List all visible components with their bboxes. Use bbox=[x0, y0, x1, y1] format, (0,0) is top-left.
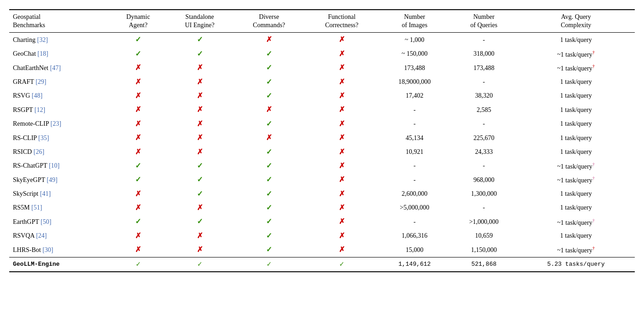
cell-standalone-ui: ✓ bbox=[166, 215, 233, 228]
check-icon: ✓ bbox=[135, 35, 141, 43]
cell-dynamic-agent: ✗ bbox=[110, 131, 166, 145]
benchmark-name: RS5M [51] bbox=[9, 201, 110, 215]
cross-icon: ✗ bbox=[135, 105, 141, 113]
table-row: EarthGPT [50]✓✓✓✗->1,000,000~1 task/quer… bbox=[9, 215, 635, 228]
cell-standalone-ui: ✓ bbox=[166, 33, 233, 47]
check-icon: ✓ bbox=[266, 204, 272, 211]
cell-num-queries: 38,320 bbox=[450, 89, 517, 103]
cell-standalone-ui: ✗ bbox=[166, 75, 233, 89]
check-icon: ✓ bbox=[197, 50, 203, 58]
table-row: RS-CLIP [35]✗✗✗✗45,134225,6701 task/quer… bbox=[9, 131, 635, 145]
cell-num-images: ~ 150,000 bbox=[378, 47, 450, 61]
reference-link: [51] bbox=[31, 204, 42, 211]
cell-diverse-commands: ✓ bbox=[233, 89, 305, 103]
check-icon: ✓ bbox=[266, 175, 272, 183]
cell-num-images: >5,000,000 bbox=[378, 201, 450, 215]
cross-icon: ✗ bbox=[135, 190, 141, 198]
cross-icon: ✗ bbox=[197, 64, 203, 71]
cross-icon: ✗ bbox=[339, 190, 345, 198]
reference-link: [47] bbox=[50, 64, 60, 71]
cell-num-queries: 173,488 bbox=[450, 61, 517, 75]
cell-functional-correctness: ✗ bbox=[305, 117, 378, 131]
benchmark-table: GeospatialBenchmarks DynamicAgent? Stand… bbox=[9, 9, 635, 272]
check-icon: ✓ bbox=[197, 162, 203, 170]
benchmark-label: Remote-CLIP bbox=[13, 120, 49, 127]
cell-dynamic-agent: ✗ bbox=[110, 117, 166, 131]
check-icon: ✓ bbox=[197, 190, 203, 198]
cell-standalone-ui: ✗ bbox=[166, 61, 233, 75]
cell-num-queries: 225,670 bbox=[450, 131, 517, 145]
cross-icon: ✗ bbox=[197, 246, 203, 253]
cell-num-images: - bbox=[378, 159, 450, 173]
cell-functional-correctness: ✗ bbox=[305, 145, 378, 159]
cell-standalone-ui: ✗ bbox=[166, 131, 233, 145]
cell-functional-correctness: ✗ bbox=[305, 33, 378, 47]
cell-num-queries: 521,868 bbox=[450, 257, 517, 272]
cell-diverse-commands: ✗ bbox=[233, 131, 305, 145]
cell-num-images: - bbox=[378, 173, 450, 187]
check-icon: ✓ bbox=[135, 162, 141, 170]
check-icon: ✓ bbox=[135, 217, 141, 225]
cell-diverse-commands: ✓ bbox=[233, 61, 305, 75]
cell-diverse-commands: ✓ bbox=[233, 229, 305, 243]
reference-link: [26] bbox=[34, 148, 44, 155]
cell-num-images: - bbox=[378, 215, 450, 228]
cross-icon: ✗ bbox=[135, 204, 141, 211]
reference-link: [50] bbox=[41, 218, 51, 225]
cell-diverse-commands: ✓ bbox=[233, 117, 305, 131]
cell-num-images: - bbox=[378, 117, 450, 131]
cell-num-queries: 1,150,000 bbox=[450, 243, 517, 257]
benchmark-name: ChatEarthNet [47] bbox=[9, 61, 110, 75]
benchmark-label: RS-CLIP bbox=[13, 135, 37, 141]
cell-functional-correctness: ✗ bbox=[305, 201, 378, 215]
col-header-num-images: Numberof Images bbox=[378, 10, 450, 33]
cell-avg-complexity: 1 task/query bbox=[517, 33, 635, 47]
cross-icon: ✗ bbox=[339, 217, 345, 225]
cell-dynamic-agent: ✗ bbox=[110, 243, 166, 257]
cell-num-images: 18,9000,000 bbox=[378, 75, 450, 89]
benchmark-label: RSGPT bbox=[13, 106, 33, 113]
cell-num-images: 15,000 bbox=[378, 243, 450, 257]
cell-avg-complexity: 1 task/query bbox=[517, 89, 635, 103]
cell-avg-complexity: ~1 task/query† bbox=[517, 159, 635, 173]
cross-icon: ✗ bbox=[339, 162, 345, 170]
cross-icon: ✗ bbox=[266, 105, 272, 113]
check-icon: ✓ bbox=[135, 175, 141, 183]
cell-functional-correctness: ✗ bbox=[305, 61, 378, 75]
cell-avg-complexity: ~1 task/query† bbox=[517, 47, 635, 61]
cell-standalone-ui: ✗ bbox=[166, 243, 233, 257]
cell-standalone-ui: ✓ bbox=[166, 47, 233, 61]
check-icon: ✓ bbox=[136, 260, 141, 269]
cell-avg-complexity: 1 task/query bbox=[517, 117, 635, 131]
cell-dynamic-agent: ✓ bbox=[110, 33, 166, 47]
cell-diverse-commands: ✓ bbox=[233, 215, 305, 228]
cross-icon: ✗ bbox=[135, 232, 141, 240]
cross-icon: ✗ bbox=[339, 64, 345, 71]
complexity-value: ~1 task/query bbox=[557, 65, 592, 72]
benchmark-label: Charting bbox=[13, 36, 35, 43]
cell-num-queries: 24,333 bbox=[450, 145, 517, 159]
col-header-dynamic-agent: DynamicAgent? bbox=[110, 10, 166, 33]
complexity-value: 1 task/query bbox=[560, 120, 592, 127]
table-row: Charting [32]✓✓✗✗~ 1,000-1 task/query bbox=[9, 33, 635, 47]
complexity-value: 1 task/query bbox=[560, 135, 592, 141]
benchmark-name: Remote-CLIP [23] bbox=[9, 117, 110, 131]
benchmark-label: GeoChat bbox=[13, 50, 36, 57]
check-icon: ✓ bbox=[266, 92, 272, 99]
benchmark-label: GRAFT bbox=[13, 78, 34, 85]
cell-num-images: ~ 1,000 bbox=[378, 33, 450, 47]
cross-icon: ✗ bbox=[197, 148, 203, 156]
col-header-diverse-commands: DiverseCommands? bbox=[233, 10, 305, 33]
check-icon: ✓ bbox=[197, 35, 203, 43]
table-row: RSICD [26]✗✗✓✗10,92124,3331 task/query bbox=[9, 145, 635, 159]
cross-icon: ✗ bbox=[135, 246, 141, 253]
benchmark-name: EarthGPT [50] bbox=[9, 215, 110, 228]
reference-link: [10] bbox=[49, 162, 59, 169]
benchmark-label: RSICD bbox=[13, 148, 32, 155]
dagger-icon: † bbox=[592, 161, 595, 167]
cell-standalone-ui: ✗ bbox=[166, 103, 233, 117]
cell-num-queries: >1,000,000 bbox=[450, 215, 517, 228]
cell-avg-complexity: 1 task/query bbox=[517, 75, 635, 89]
complexity-value: ~1 task/query bbox=[557, 247, 592, 254]
cell-functional-correctness: ✗ bbox=[305, 215, 378, 228]
